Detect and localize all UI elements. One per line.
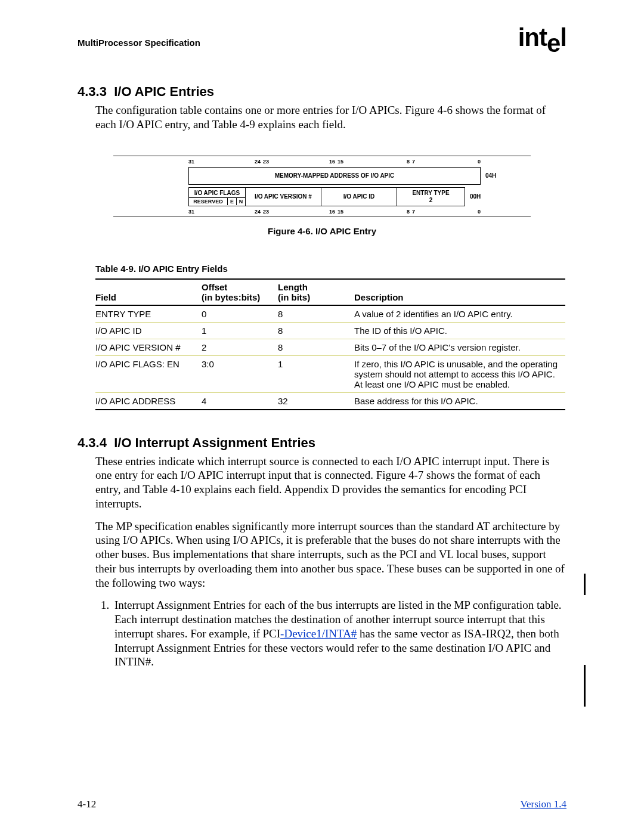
field-io-apic-version: I/O APIC VERSION # <box>245 187 321 206</box>
th-length: Length(in bits) <box>278 279 354 305</box>
section-title: I/O Interrupt Assignment Entries <box>114 435 315 450</box>
page-header: MultiProcessor Specification intel <box>78 27 566 55</box>
th-description: Description <box>354 279 565 305</box>
section-number: 4.3.3 <box>78 84 107 99</box>
numbered-list: Interrupt Assignment Entries for each of… <box>95 598 566 669</box>
section-heading-433: 4.3.3 I/O APIC Entries <box>78 84 566 100</box>
offset-04h: 04H <box>485 172 496 179</box>
section-433-para: The configuration table contains one or … <box>95 103 566 132</box>
page: MultiProcessor Specification intel 4.3.3… <box>0 0 644 833</box>
table-body: ENTRY TYPE 0 8 A value of 2 identifies a… <box>95 305 565 410</box>
doc-title: MultiProcessor Specification <box>78 38 200 48</box>
figure-rule-top <box>113 156 531 156</box>
table-row: I/O APIC ADDRESS 4 32 Base address for t… <box>95 392 565 410</box>
offset-00h: 00H <box>470 193 481 200</box>
field-io-apic-id: I/O APIC ID <box>321 187 397 206</box>
field-io-apic-flags: I/O APIC FLAGS RESERVED E N <box>188 187 245 206</box>
bit-ticks-top: 3124 2316 158 70 <box>188 159 481 165</box>
table-row: ENTRY TYPE 0 8 A value of 2 identifies a… <box>95 305 565 323</box>
table-row: I/O APIC ID 1 8 The ID of this I/O APIC. <box>95 322 565 339</box>
change-bar <box>584 665 586 707</box>
section-number: 4.3.4 <box>78 435 107 450</box>
field-memory-mapped-address: MEMORY-MAPPED ADDRESS OF I/O APIC <box>188 167 481 185</box>
change-bar <box>584 574 586 595</box>
section-title: I/O APIC Entries <box>114 84 214 99</box>
table-row: I/O APIC VERSION # 2 8 Bits 0–7 of the I… <box>95 339 565 355</box>
table-header-row: Field Offset(in bytes:bits) Length(in bi… <box>95 279 565 305</box>
figure-4-6: 3124 2316 158 70 MEMORY-MAPPED ADDRESS O… <box>95 156 549 236</box>
figure-caption: Figure 4-6. I/O APIC Entry <box>95 226 549 236</box>
figure-row-00h: I/O APIC FLAGS RESERVED E N I/O APIC VER… <box>188 187 510 206</box>
page-number: 4-12 <box>78 798 96 810</box>
th-offset: Offset(in bytes:bits) <box>202 279 278 305</box>
section-434-para1: These entries indicate which interrupt s… <box>95 454 566 511</box>
table-4-9-title: Table 4-9. I/O APIC Entry Fields <box>95 264 566 274</box>
figure-rule-bottom <box>113 216 531 216</box>
pci-device-link[interactable]: -Device1/INTA# <box>280 627 357 640</box>
field-entry-type: ENTRY TYPE 2 <box>397 187 465 206</box>
figure-row-04h: MEMORY-MAPPED ADDRESS OF I/O APIC 04H <box>188 167 510 185</box>
section-heading-434: 4.3.4 I/O Interrupt Assignment Entries <box>78 435 566 451</box>
bit-ticks-bottom: 3124 2316 158 70 <box>188 209 481 215</box>
version-link[interactable]: Version 1.4 <box>521 798 566 810</box>
list-item: Interrupt Assignment Entries for each of… <box>112 598 566 669</box>
intel-logo: intel <box>518 23 566 52</box>
table-row: I/O APIC FLAGS: EN 3:0 1 If zero, this I… <box>95 355 565 392</box>
page-footer: 4-12 Version 1.4 <box>78 798 566 810</box>
th-field: Field <box>95 279 202 305</box>
section-434-para2: The MP specification enables significant… <box>95 519 566 590</box>
table-4-9: Field Offset(in bytes:bits) Length(in bi… <box>95 278 565 410</box>
